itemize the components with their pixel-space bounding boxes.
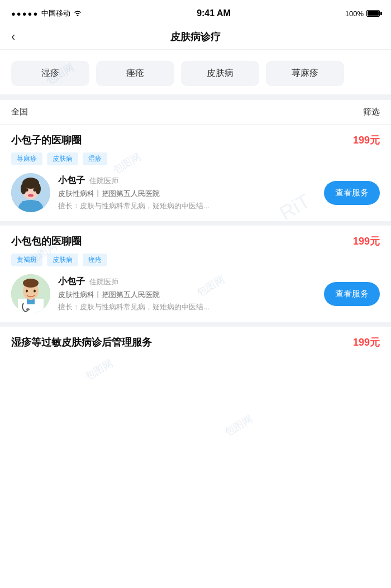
section-divider <box>0 94 391 100</box>
svg-point-19 <box>34 290 36 293</box>
status-right: 100% <box>345 9 380 18</box>
svg-rect-9 <box>22 201 39 207</box>
svg-point-17 <box>23 279 39 288</box>
card-tag-1-1[interactable]: 皮肤病 <box>47 254 78 266</box>
card-0: 小包子的医聊圈 199元 荨麻疹 皮肤病 湿疹 <box>0 125 391 226</box>
watermark-6: 包图网 <box>222 412 255 439</box>
doctor-title-1: 住院医师 <box>89 277 118 287</box>
tag-item-3[interactable]: 荨麻疹 <box>266 61 344 86</box>
doctor-title-0: 住院医师 <box>89 176 118 186</box>
doctor-name-1: 小包子 <box>58 276 85 288</box>
tag-item-0[interactable]: 湿疹 <box>11 61 89 86</box>
doctor-name-row-1: 小包子 住院医师 <box>58 276 316 288</box>
view-service-btn-1[interactable]: 查看服务 <box>324 282 380 306</box>
svg-point-5 <box>35 183 41 194</box>
card-doctor-1: 小包子 住院医师 皮肤性病科丨把图第五人民医院 擅长：皮肤与性病科常见病，疑难病… <box>11 274 380 322</box>
status-left: ●●●●● 中国移动 <box>11 8 82 18</box>
card-title-0: 小包子的医聊圈 <box>11 133 82 147</box>
tag-item-2[interactable]: 皮肤病 <box>181 61 259 86</box>
view-service-btn-0[interactable]: 查看服务 <box>324 181 380 205</box>
signal-dots: ●●●●● <box>11 9 39 18</box>
svg-point-7 <box>34 188 36 192</box>
tags-grid: 湿疹 痤疮 皮肤病 荨麻疹 <box>11 61 380 86</box>
card-tag-1-2[interactable]: 痤疮 <box>83 254 107 266</box>
bottom-card-title: 湿疹等过敏皮肤病诊后管理服务 <box>11 336 152 349</box>
doctor-name-0: 小包子 <box>58 175 85 187</box>
page-title: 皮肤病诊疗 <box>170 30 221 44</box>
watermark-5: 包图网 <box>83 356 116 383</box>
card-partial: 湿疹等过敏皮肤病诊后管理服务 199元 <box>0 327 391 349</box>
doctor-hospital-0: 皮肤性病科丨把图第五人民医院 <box>58 189 316 199</box>
card-tag-0-2[interactable]: 湿疹 <box>83 152 107 165</box>
status-time: 9:41 AM <box>197 8 231 18</box>
card-tag-0-0[interactable]: 荨麻疹 <box>11 152 42 165</box>
card-tags-0: 荨麻疹 皮肤病 湿疹 <box>11 152 380 165</box>
card-tag-0-1[interactable]: 皮肤病 <box>47 152 78 165</box>
battery-icon <box>366 10 380 17</box>
svg-point-14 <box>26 308 30 310</box>
doctor-hospital-1: 皮肤性病科丨把图第五人民医院 <box>58 290 316 300</box>
status-bar: ●●●●● 中国移动 9:41 AM 100% <box>0 0 391 25</box>
doctor-avatar-1 <box>11 274 50 313</box>
back-button[interactable]: ‹ <box>11 30 15 44</box>
svg-point-4 <box>21 183 26 194</box>
card-1: 小包包的医聊圈 199元 黄褐斑 皮肤病 痤疮 <box>0 226 391 327</box>
bottom-card-price: 199元 <box>353 336 380 349</box>
card-header-1: 小包包的医聊圈 199元 <box>11 235 380 248</box>
card-header-0: 小包子的医聊圈 199元 <box>11 133 380 147</box>
battery-percent: 100% <box>345 9 364 18</box>
svg-point-18 <box>26 290 28 293</box>
tag-item-1[interactable]: 痤疮 <box>96 61 174 86</box>
avatar-female-icon <box>11 173 50 212</box>
card-doctor-0: 小包子 住院医师 皮肤性病科丨把图第五人民医院 擅长：皮肤与性病科常见病，疑难病… <box>11 173 380 221</box>
nav-bar: ‹ 皮肤病诊疗 <box>0 25 391 50</box>
filter-location[interactable]: 全国 <box>11 107 28 117</box>
doctor-specialty-0: 擅长：皮肤与性病科常见病，疑难病的中医结... <box>58 201 214 211</box>
doctor-info-1: 小包子 住院医师 皮肤性病科丨把图第五人民医院 擅长：皮肤与性病科常见病，疑难病… <box>58 276 316 312</box>
svg-point-6 <box>26 188 28 192</box>
doctor-name-row-0: 小包子 住院医师 <box>58 175 316 187</box>
card-tags-1: 黄褐斑 皮肤病 痤疮 <box>11 254 380 266</box>
card-tag-1-0[interactable]: 黄褐斑 <box>11 254 42 266</box>
doctor-info-0: 小包子 住院医师 皮肤性病科丨把图第五人民医院 擅长：皮肤与性病科常见病，疑难病… <box>58 175 316 211</box>
avatar-male-icon <box>11 274 50 313</box>
svg-point-8 <box>28 194 34 197</box>
wifi-icon <box>73 9 82 18</box>
bottom-card-header: 湿疹等过敏皮肤病诊后管理服务 199元 <box>11 336 380 349</box>
tags-section: 湿疹 痤疮 皮肤病 荨麻疹 <box>0 50 391 94</box>
doctor-avatar-0 <box>11 173 50 212</box>
doctor-specialty-1: 擅长：皮肤与性病科常见病，疑难病的中医结... <box>58 302 214 312</box>
carrier-name: 中国移动 <box>41 8 70 18</box>
filter-button[interactable]: 筛选 <box>363 107 380 117</box>
card-title-1: 小包包的医聊圈 <box>11 235 82 248</box>
card-price-0: 199元 <box>353 133 380 147</box>
card-price-1: 199元 <box>353 235 380 248</box>
filter-bar: 全国 筛选 <box>0 100 391 125</box>
